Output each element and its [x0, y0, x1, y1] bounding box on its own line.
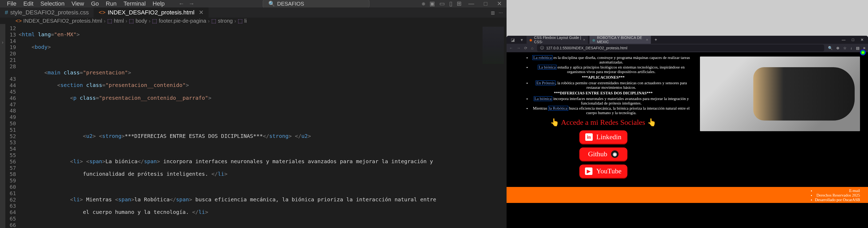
nav-arrows: ← →	[179, 0, 194, 7]
browser-window-controls: — □ ✕	[842, 38, 868, 42]
socials-heading: 👆 Accede a mi Redes Sociales 👆	[515, 118, 692, 127]
line-number: 58	[5, 171, 19, 177]
youtube-icon: ▶	[585, 167, 592, 175]
editor-body: › 12 13 14 19 20 21 28 43 44 45 46 47 48…	[0, 24, 506, 228]
boxed-link[interactable]: La biónica	[538, 65, 556, 70]
breadcrumb[interactable]: <> INDEX_DESAFIO2_protesis.html › ⬚ html…	[0, 18, 506, 24]
menu-run[interactable]: Run	[103, 0, 120, 8]
boxed-link[interactable]: La robótica	[532, 55, 552, 60]
menu-go[interactable]: Go	[88, 0, 102, 8]
line-number: 62	[5, 197, 19, 203]
search-input[interactable]: 🔍 DESAFIOS	[263, 0, 369, 8]
chevron-right-icon: ›	[234, 18, 236, 24]
social-label: Github	[588, 150, 607, 158]
boxed-link[interactable]: La biónica	[534, 96, 552, 101]
site-icon: ⊕	[592, 38, 595, 41]
maximize-icon[interactable]: □	[852, 38, 854, 42]
tab-html[interactable]: <> INDEX_DESAFIO2_protesis.html ✕	[94, 7, 209, 18]
footer-item[interactable]: E-mail	[815, 189, 860, 193]
line-number: 54	[5, 145, 19, 152]
btab-label: CSS Flexbox Layout Guide | CSS-	[534, 36, 582, 44]
list-item: Mientras la Robótica busca eficiencia me…	[531, 106, 692, 115]
chevron-right-icon[interactable]: ›	[2, 40, 3, 45]
pocket-icon[interactable]: ⊕	[836, 46, 839, 50]
tab-css[interactable]: # style_DESAFIO2_protesis.css	[0, 7, 94, 18]
breadcrumb-file[interactable]: INDEX_DESAFIO2_protesis.html	[23, 18, 102, 24]
breadcrumb-html[interactable]: html	[114, 18, 124, 24]
breadcrumb-body[interactable]: body	[135, 18, 147, 24]
layout-right-icon[interactable]: ▯	[449, 0, 453, 7]
list-item: La robótica es la disciplina que diseña,…	[531, 56, 692, 65]
vscode-window: File Edit Selection View Go Run Terminal…	[0, 0, 506, 228]
breadcrumb-footer[interactable]: footer.pie-de-pagina	[159, 18, 206, 24]
minimap[interactable]	[480, 24, 506, 228]
layout-custom-icon[interactable]: ⊞	[457, 0, 462, 7]
menu-file[interactable]: File	[4, 0, 20, 8]
url-input[interactable]: ⓘ 127.0.0.1:5500/INDEX_DESAFIO2_protesis…	[537, 44, 824, 52]
section-title-diffs: ***DIFERECIAS ENTRE ESTAS DOS DICIPLINAS…	[515, 91, 692, 95]
breadcrumb-file-icon: <>	[16, 18, 22, 24]
zoom-icon[interactable]: 🔍	[828, 46, 833, 50]
tab-list-icon[interactable]: ▾	[519, 37, 525, 42]
tab-close-icon[interactable]: ✕	[199, 9, 204, 16]
line-number: 51	[5, 127, 19, 133]
close-icon[interactable]: ✕	[861, 38, 864, 42]
boxed-link[interactable]: la Robótica	[548, 106, 568, 111]
page-content[interactable]: La robótica es la disciplina que diseña,…	[506, 52, 868, 228]
line-number: 28	[5, 63, 19, 70]
line-number: 19	[5, 44, 19, 51]
split-editor-icon[interactable]: ▥	[491, 10, 495, 15]
back-icon[interactable]: ←	[509, 46, 513, 50]
line-number: 52	[5, 133, 19, 139]
menu-terminal[interactable]: Terminal	[120, 0, 149, 8]
line-number: 48	[5, 107, 19, 114]
social-github-button[interactable]: Github ◉	[579, 148, 627, 161]
new-tab-button[interactable]: +	[652, 37, 659, 42]
line-number: 64	[5, 209, 19, 216]
line-number: 46	[5, 95, 19, 101]
social-youtube-button[interactable]: ▶ YouTube	[579, 165, 627, 178]
home-icon[interactable]: ⌂	[531, 46, 533, 50]
line-number: 14	[5, 38, 19, 44]
page-footer: E-mail Derechos Reservados 2025 Desarrol…	[506, 187, 868, 203]
minimize-icon[interactable]: —	[842, 38, 846, 42]
tab-close-icon[interactable]: ×	[646, 38, 648, 42]
menu-help[interactable]: Help	[149, 0, 168, 8]
extensions-icon[interactable]: ▤	[856, 46, 860, 50]
list-item: La biónica incorpora interfaces neuronal…	[531, 97, 692, 106]
reload-icon[interactable]: ⟳	[524, 46, 527, 50]
social-label: YouTube	[596, 167, 622, 175]
taskbar-accent-icon[interactable]	[860, 50, 866, 56]
url-bar-row: ← → ⟳ ⌂ ⓘ 127.0.0.1:5500/INDEX_DESAFIO2_…	[506, 44, 868, 52]
menu-view[interactable]: View	[68, 0, 87, 8]
breadcrumb-li[interactable]: li	[244, 18, 247, 24]
more-actions-icon[interactable]: ⋯	[499, 10, 503, 15]
social-linkedin-button[interactable]: in Linkedin	[579, 130, 627, 144]
layout-left-icon[interactable]: ▣	[430, 0, 435, 7]
download-icon[interactable]: ↓	[850, 46, 852, 50]
nav-back-icon[interactable]: ←	[179, 0, 184, 7]
breadcrumb-strong[interactable]: strong	[218, 18, 233, 24]
layout-bottom-icon[interactable]: ▭	[439, 0, 445, 7]
section-title-apps: ***APLICACIONES***	[515, 75, 692, 80]
minimap-preview	[483, 27, 504, 64]
breadcrumb-tag-icon: ⬚	[129, 18, 134, 24]
list-text: es la disciplina que diseña, construye y…	[552, 56, 690, 64]
breadcrumb-tag-icon: ⬚	[152, 18, 157, 24]
code-editor[interactable]: <html lang="en-MX"> <body> <main class="…	[19, 24, 480, 228]
nav-forward-icon[interactable]: →	[189, 0, 194, 7]
page-text-column: La robótica es la disciplina que diseña,…	[506, 52, 700, 187]
firefox-view-icon[interactable]: ◪	[509, 37, 517, 42]
forward-icon[interactable]: →	[517, 46, 520, 50]
social-buttons: in Linkedin Github ◉ ▶ YouTube	[515, 130, 692, 178]
chevron-right-icon: ›	[208, 18, 210, 24]
command-center: 🔍 DESAFIOS	[211, 0, 422, 8]
menu-selection[interactable]: Selection	[37, 0, 68, 8]
menu-edit[interactable]: Edit	[20, 0, 36, 8]
line-number: 12	[5, 25, 19, 31]
tab-close-icon[interactable]: ×	[583, 38, 585, 42]
bookmark-icon[interactable]: ☆	[843, 46, 847, 50]
boxed-link[interactable]: En Prótesis	[536, 80, 555, 85]
search-text: DESAFIOS	[277, 1, 304, 7]
copilot-icon[interactable]: ⎈	[422, 0, 425, 7]
